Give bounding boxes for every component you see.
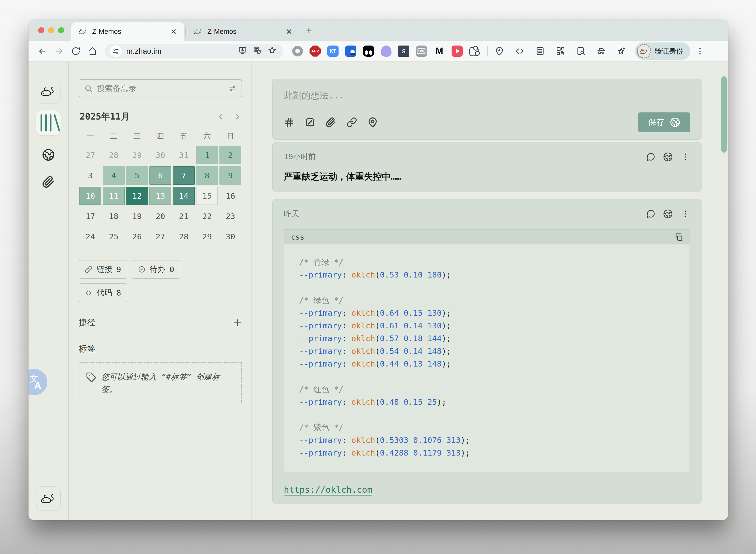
extension-line-icon[interactable]: LINE [416,46,427,57]
calendar-day-19[interactable]: 19 [126,207,148,225]
calendar-day-1[interactable]: 1 [196,146,218,164]
extension-ghost-icon[interactable] [381,46,392,57]
extension-medium-icon[interactable]: M [434,46,445,57]
search-filter-icon[interactable] [228,85,237,93]
extension-doc-lock-icon[interactable] [345,46,356,57]
extension-s-app-icon[interactable]: S [398,46,409,57]
calendar-day-16[interactable]: 16 [219,187,241,205]
calendar-day-28[interactable]: 28 [103,146,125,164]
extension-panda-icon[interactable] [363,46,374,57]
incognito-icon[interactable] [594,44,608,58]
tab-close-icon[interactable]: ✕ [284,27,294,36]
memo-search-input[interactable]: 搜索备忘录 [79,79,242,98]
calendar-day-22[interactable]: 22 [196,207,218,225]
stat-links[interactable]: 链接 9 [79,260,127,279]
library-nav-button[interactable] [36,110,61,135]
location-icon[interactable] [367,117,378,128]
calendar-day-20[interactable]: 20 [149,207,171,225]
attachments-paperclip-icon[interactable] [42,175,55,189]
calendar-next-icon[interactable] [234,113,241,121]
calendar-day-13[interactable]: 13 [149,187,171,205]
search-page-icon[interactable] [574,44,588,58]
minimize-window-button[interactable] [48,27,54,33]
floating-translate-bubble[interactable]: 文 A [29,369,47,395]
extension-adblock-plus-icon[interactable]: ABP [309,46,321,57]
calendar-day-12[interactable]: 12 [126,187,148,205]
tab-z-memos-inactive[interactable]: Z-Memos ✕ [187,22,299,41]
bookmark-star-icon[interactable] [268,46,278,56]
form-list-icon[interactable] [533,44,547,58]
calendar-day-21[interactable]: 21 [173,207,195,225]
close-window-button[interactable] [38,27,44,33]
calendar-day-28[interactable]: 28 [173,227,195,246]
calendar-day-10[interactable]: 10 [80,187,101,205]
extension-extensions-puzzle-icon[interactable] [469,47,478,56]
hashtag-icon[interactable] [284,117,295,128]
link-icon[interactable] [346,117,357,128]
browser-menu-icon[interactable] [693,44,707,58]
calendar-day-15[interactable]: 15 [196,187,218,205]
back-icon[interactable] [35,44,49,58]
calendar-day-29[interactable]: 29 [196,227,218,246]
calendar-day-24[interactable]: 24 [80,227,101,246]
url-text[interactable]: m.zhao.im [126,47,234,55]
forward-icon[interactable] [52,44,66,58]
calendar-day-25[interactable]: 25 [103,227,125,246]
calendar-day-29[interactable]: 29 [126,146,148,164]
site-settings-icon[interactable] [110,45,122,57]
comment-icon[interactable] [646,152,655,162]
extension-gray-ring-icon[interactable] [292,46,303,56]
calendar-day-2[interactable]: 2 [219,146,241,164]
calendar-day-31[interactable]: 31 [173,146,195,164]
tab-z-memos-active[interactable]: Z-Memos ✕ [71,22,184,41]
install-app-icon[interactable] [238,46,248,56]
copy-icon[interactable] [674,233,683,241]
attach-icon[interactable] [325,117,336,128]
more-menu-icon[interactable] [681,209,690,219]
calendar-day-8[interactable]: 8 [196,166,218,185]
translate-icon[interactable] [253,46,263,56]
footer-mouse-button[interactable] [36,486,61,511]
calendar-day-9[interactable]: 9 [219,166,241,185]
home-icon[interactable] [86,44,100,58]
calendar-day-6[interactable]: 6 [149,166,171,185]
new-tab-button[interactable]: + [299,25,318,41]
calendar-prev-icon[interactable] [217,113,225,121]
memo-editor[interactable]: 此刻的想法... 保存 [272,78,702,140]
extension-kt-icon[interactable]: KT [327,46,339,57]
extension-video-icon[interactable] [452,46,463,57]
location-pin-icon[interactable] [492,44,507,58]
calendar-day-18[interactable]: 18 [103,207,125,225]
add-shortcut-icon[interactable] [233,318,242,327]
visibility-globe-icon[interactable] [663,209,673,219]
calendar-day-7[interactable]: 7 [173,166,195,185]
memo-link[interactable]: https://oklch.com [284,485,372,495]
more-menu-icon[interactable] [681,152,690,162]
calendar-day-30[interactable]: 30 [149,146,171,164]
calendar-day-26[interactable]: 26 [126,227,148,246]
app-logo-mouse-button[interactable] [36,79,61,104]
calendar-day-27[interactable]: 27 [149,227,171,246]
calendar-day-27[interactable]: 27 [80,146,101,164]
calendar-day-30[interactable]: 30 [219,227,241,246]
code-brackets-icon[interactable] [513,44,527,58]
calendar-day-5[interactable]: 5 [126,166,148,185]
calendar-day-11[interactable]: 11 [103,187,125,205]
qr-code-icon[interactable] [553,44,568,58]
comment-icon[interactable] [646,209,655,219]
address-bar[interactable]: m.zhao.im [105,44,283,58]
reload-icon[interactable] [69,44,83,58]
stat-code[interactable]: 代码 8 [79,283,127,302]
calendar-day-4[interactable]: 4 [103,166,125,185]
zoom-window-button[interactable] [58,27,64,33]
calendar-day-17[interactable]: 17 [80,207,101,225]
calendar-day-3[interactable]: 3 [80,166,101,185]
explore-globe-icon[interactable] [42,149,55,162]
calendar-day-23[interactable]: 23 [219,207,241,225]
page-scrollbar[interactable] [721,76,727,153]
tab-close-icon[interactable]: ✕ [169,27,179,36]
save-button[interactable]: 保存 [638,112,690,132]
profile-chip[interactable]: 验证身份 [635,43,690,60]
image-icon[interactable] [305,117,315,128]
star-sparkle-icon[interactable] [614,44,629,58]
